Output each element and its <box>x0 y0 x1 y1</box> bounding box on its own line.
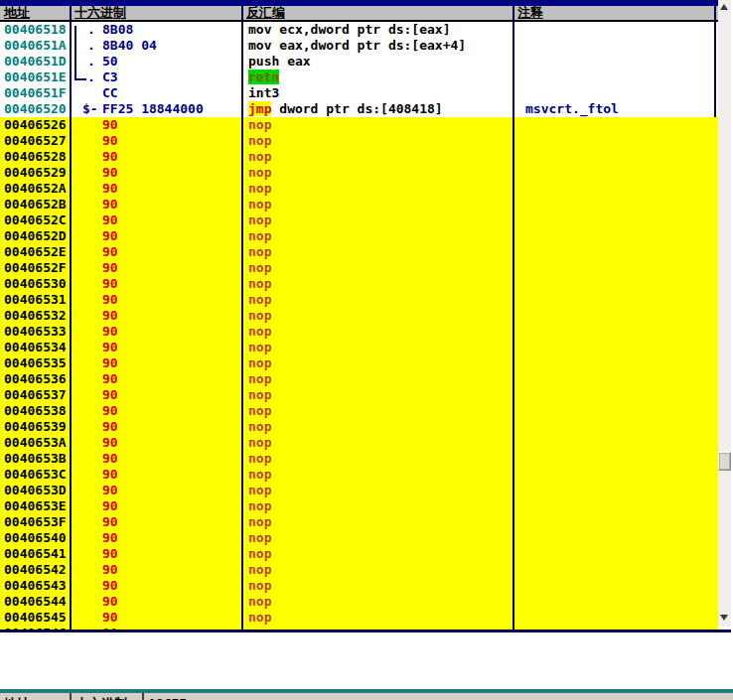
disassembly-cell: nop <box>248 308 271 324</box>
disasm-row[interactable]: 0040653690nop <box>0 371 718 387</box>
disasm-row[interactable]: 0040653790nop <box>0 387 718 403</box>
hex-bytes-cell: 90 <box>102 324 118 340</box>
disasm-row[interactable]: 0040651A.8B40 04mov eax,dword ptr ds:[ea… <box>0 38 718 54</box>
disasm-row[interactable]: 0040653090nop <box>0 276 718 292</box>
disasm-row[interactable]: 0040654190nop <box>0 546 718 562</box>
address-cell: 00406540 <box>4 530 67 546</box>
disassembly-cell: nop <box>248 149 271 165</box>
disassembly-cell: nop <box>248 276 271 292</box>
disasm-row[interactable]: 0040653F90nop <box>0 514 718 530</box>
address-cell: 0040652B <box>4 197 67 212</box>
dump-header-hex[interactable]: 十六进制 <box>72 695 140 700</box>
address-cell: 0040653C <box>4 467 67 483</box>
scrollbar-thumb[interactable] <box>718 452 731 471</box>
hex-bytes-cell: 90 <box>102 498 118 514</box>
address-cell: 00406533 <box>4 324 67 340</box>
disassembly-cell: mov eax,dword ptr ds:[eax+4] <box>248 38 466 54</box>
address-cell: 0040653B <box>4 451 67 467</box>
hex-bytes-cell: 90 <box>102 340 118 355</box>
retn-highlight: retn <box>248 70 279 84</box>
disasm-row[interactable]: 0040653290nop <box>0 308 718 324</box>
hex-bytes-cell: 90 <box>102 419 118 435</box>
disasm-row[interactable]: 0040654390nop <box>0 578 718 594</box>
address-cell: 0040651F <box>4 85 67 101</box>
disassembly-cell: nop <box>248 228 271 244</box>
disasm-row[interactable]: 0040651E.C3retn <box>0 70 718 85</box>
address-cell: 0040653A <box>4 435 67 451</box>
disassembly-cell: nop <box>248 181 271 197</box>
disassembly-cell: nop <box>248 467 271 483</box>
disasm-row[interactable]: 0040652890nop <box>0 149 718 165</box>
disasm-row[interactable]: 0040652990nop <box>0 165 718 181</box>
hex-bytes-cell: 90 <box>102 530 118 546</box>
column-header-comment[interactable]: 注释 <box>513 6 718 20</box>
disassembly-cell: nop <box>248 292 271 308</box>
disasm-row[interactable]: 0040652F90nop <box>0 260 718 276</box>
disasm-row[interactable]: 0040653990nop <box>0 419 718 435</box>
opcode-prefix: . <box>87 38 95 54</box>
disasm-row[interactable]: 0040654090nop <box>0 530 718 546</box>
address-cell: 00406536 <box>4 371 67 387</box>
disassembly-cell: int3 <box>248 85 279 101</box>
hex-bytes-cell: 90 <box>102 117 118 133</box>
disasm-row[interactable]: 0040653490nop <box>0 340 718 355</box>
disasm-row[interactable]: 0040653E90nop <box>0 498 718 514</box>
disassembly-cell: nop <box>248 530 271 546</box>
address-cell: 0040652F <box>4 260 67 276</box>
disasm-row[interactable]: 00406518.8B08mov ecx,dword ptr ds:[eax] <box>0 22 718 38</box>
disasm-row[interactable]: 0040652790nop <box>0 133 718 149</box>
disasm-row[interactable]: 0040651FCCint3 <box>0 85 718 101</box>
disassembly-cell: nop <box>248 419 271 435</box>
opcode-prefix: . <box>87 70 95 85</box>
disasm-row[interactable]: 0040653B90nop <box>0 451 718 467</box>
disasm-row[interactable]: 0040653190nop <box>0 292 718 308</box>
disasm-row[interactable]: 0040653590nop <box>0 355 718 371</box>
address-cell: 00406544 <box>4 594 67 610</box>
disassembly-cell: nop <box>248 324 271 340</box>
dump-header-address[interactable]: 地址 <box>0 695 70 700</box>
hex-bytes-cell: 90 <box>102 451 118 467</box>
disasm-row[interactable]: 0040652690nop <box>0 117 718 133</box>
address-cell: 00406526 <box>4 117 67 133</box>
disasm-row[interactable]: 0040654290nop <box>0 562 718 578</box>
scroll-up-icon[interactable] <box>720 4 728 10</box>
disasm-row[interactable]: 0040652A90nop <box>0 181 718 197</box>
hex-bytes-cell: 50 <box>102 54 118 70</box>
scroll-down-icon[interactable] <box>720 615 728 621</box>
disasm-row[interactable]: 0040652B90nop <box>0 197 718 212</box>
address-cell: 0040651E <box>4 70 67 85</box>
disasm-row[interactable]: 00406520$-FF25 18844000jmp dword ptr ds:… <box>0 101 718 117</box>
column-header-address[interactable]: 地址 <box>0 6 71 20</box>
disassembly-cell: nop <box>248 244 271 260</box>
disasm-row[interactable]: 0040652D90nop <box>0 228 718 244</box>
hex-bytes-cell: C3 <box>102 70 118 85</box>
vertical-scrollbar[interactable] <box>718 0 731 627</box>
disassembly-cell: nop <box>248 562 271 578</box>
disassembly-cell: nop <box>248 133 271 149</box>
address-cell: 0040652A <box>4 181 67 197</box>
dump-header-ascii[interactable]: ASCII <box>144 695 343 700</box>
address-cell: 00406538 <box>4 403 67 419</box>
disassembly-cell: nop <box>248 165 271 181</box>
disasm-row[interactable]: 0040651D.50push eax <box>0 54 718 70</box>
disasm-row[interactable]: 0040654590nop <box>0 610 718 626</box>
address-cell: 00406529 <box>4 165 67 181</box>
disasm-row[interactable]: 0040653890nop <box>0 403 718 419</box>
hex-bytes-cell: CC <box>102 85 118 101</box>
disassembly-cell: nop <box>248 340 271 355</box>
disassembly-cell: nop <box>248 197 271 212</box>
disassembly-cell: nop <box>248 355 271 371</box>
disasm-row[interactable]: 0040652C90nop <box>0 212 718 228</box>
disasm-row[interactable]: 0040653390nop <box>0 324 718 340</box>
disasm-row[interactable]: 0040653A90nop <box>0 435 718 451</box>
disassembly-listing[interactable]: 00406518.8B08mov ecx,dword ptr ds:[eax]0… <box>0 22 718 630</box>
dump-header-hex-label: 十六进制 <box>75 696 127 700</box>
disasm-row[interactable]: 0040653C90nop <box>0 467 718 483</box>
disassembly-cell: nop <box>248 498 271 514</box>
disasm-row[interactable]: 0040652E90nop <box>0 244 718 260</box>
disassembly-cell: nop <box>248 212 271 228</box>
column-header-disassembly[interactable]: 反汇编 <box>242 6 513 20</box>
disasm-row[interactable]: 0040654490nop <box>0 594 718 610</box>
column-header-hex[interactable]: 十六进制 <box>71 6 242 20</box>
disasm-row[interactable]: 0040653D90nop <box>0 483 718 498</box>
